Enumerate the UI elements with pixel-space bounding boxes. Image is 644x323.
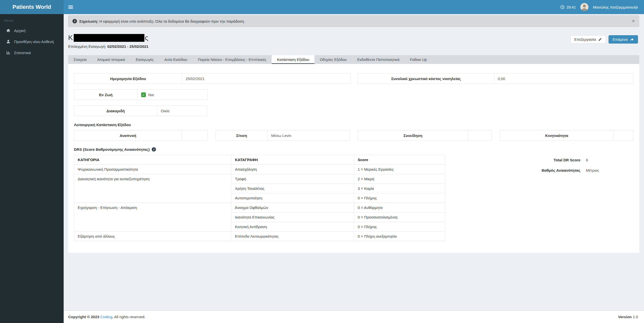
tab-odigies-exodou[interactable]: Οδηγίες Εξόδου — [314, 55, 352, 64]
discharge-date-label: Ημερομηνία Εξόδου — [74, 73, 182, 84]
drs-item-cell: Χρήση Τουαλέτας — [231, 184, 354, 193]
patient-name-initial: Κ — [68, 34, 73, 42]
total-cost-label: Συνολικό χρεωστικό κόστος νοσηλείας — [358, 73, 494, 84]
alive-label: Εν Ζωή — [74, 89, 138, 100]
discharge-date-value: 25/02/2021 — [182, 73, 350, 84]
total-score-label: Total DR Score — [453, 158, 580, 162]
drs-row: Διανοητική ικανότητα για αυτοεξυπηρέτηση… — [74, 174, 445, 184]
sidebar-item-label: Προσθήκη νέου Ασθενή — [14, 40, 54, 44]
tab-katastasi-exodou[interactable]: Κατάσταση Εξόδου — [272, 55, 314, 64]
drs-score-cell: 0 = Πλήρης — [354, 222, 445, 232]
sidebar-item-statistics[interactable]: Στατιστικά — [0, 47, 64, 58]
drs-section-title: DRS (Score Βαθμονόμησης Ανικανότητας) i — [74, 147, 633, 152]
footer: Copyright © 2023 Coding. All rights rese… — [64, 310, 644, 323]
next-button[interactable]: Επόμενο — [609, 35, 638, 44]
top-navbar: Patients World 29:41 Μανώλης Χατζηεμμανο… — [0, 0, 644, 14]
tab-aitia-eisodou[interactable]: Αιτία Εισόδου — [159, 55, 192, 64]
tab-atomiko-istoriko[interactable]: Ατομικό Ιστορικό — [92, 55, 131, 64]
alive-field: Εν Ζωή ✓ Ναι — [74, 89, 208, 100]
coding-link[interactable]: Coding — [100, 315, 112, 319]
total-cost-value: 0,00 — [494, 73, 633, 84]
drs-score-cell: 0 = Πλήρη ανεξαρτησία — [354, 232, 445, 241]
tab-stoixeia[interactable]: Στοιχεία — [68, 55, 92, 64]
session-timer-value: 29:41 — [567, 5, 576, 9]
drs-score-cell: 0 = Πλήρης — [354, 193, 445, 203]
user-icon — [6, 39, 11, 44]
functional-status-row: Αναπνοή Σίτιση Μέσω Levin Συνείδηση Κινη… — [74, 130, 633, 141]
functional-status-title-text: Λειτουργική Κατάσταση Εξόδου — [74, 123, 131, 127]
disability-grade-row: Βαθμός Ανικανότητας Μέτριος — [453, 165, 633, 175]
footer-version: Version 1.0 — [618, 315, 638, 319]
drs-item-cell: Αυτοπεριποίηση — [231, 193, 354, 203]
banner-prefix: Σημείωση: — [79, 19, 98, 23]
alive-value-cell: ✓ Ναι — [138, 89, 208, 100]
tab-poreia-nosou[interactable]: Πορεία Νόσου - Επεμβάσεις - Επιπλοκές — [193, 55, 272, 64]
selected-admission-dates: 02/02/2021 - 25/02/2021 — [107, 44, 148, 49]
drs-category-cell: Διανοητική ικανότητα για αυτοεξυπηρέτηση — [74, 174, 231, 203]
transfer-field: Διακομιδή Οικία — [74, 105, 207, 116]
session-timer: 29:41 — [560, 5, 576, 9]
drs-item-cell: Άνοιγμα Οφθαλμών — [231, 203, 354, 212]
mobility-label: Κινητικότητα — [500, 130, 614, 141]
footer-copyright: Copyright © 2023 Coding. All rights rese… — [68, 315, 145, 319]
mobility-value — [614, 130, 633, 141]
breathing-value — [182, 130, 208, 141]
pencil-icon — [598, 38, 602, 41]
drs-header-category: ΚΑΤΗΓΟΡΙΑ — [74, 155, 231, 165]
drs-item-cell: Επίπεδο Λειτουργικότητας — [231, 232, 354, 241]
copyright-dot: . — [112, 315, 113, 319]
check-icon: ✓ — [141, 92, 146, 97]
drs-item-cell: Κινητική Αντίδραση — [231, 222, 354, 232]
chart-icon — [6, 50, 11, 55]
sidebar-toggle-button[interactable] — [64, 0, 78, 14]
tab-ekdothenta-pistopoiitika[interactable]: Εκδοθέντα Πιστοποιητικά — [352, 55, 405, 64]
banner-text-wrap: Σημείωση: Η εφαρμογή είναι υπο ανάπτυξη.… — [79, 19, 245, 23]
avatar[interactable] — [580, 3, 588, 11]
drs-score-cell: 0 = Προσανατολισμένος — [354, 212, 445, 222]
consciousness-value — [468, 130, 492, 141]
header-buttons: Επεξεργασία Επόμενο — [570, 35, 638, 44]
drs-score-cell: 3 = Καμία — [354, 184, 445, 193]
drs-item-cell: Ικανότητα Επικοινωνίας — [231, 212, 354, 222]
user-menu[interactable]: Μανώλης Χατζηεμμανουήλ — [593, 5, 638, 9]
drs-row: Ψυχοκοινωνική ΠροσαρμοστικότηταΑπασχόλησ… — [74, 165, 445, 174]
version-value: 1.0 — [633, 315, 638, 319]
edit-button[interactable]: Επεξεργασία — [570, 35, 606, 44]
tab-eisagoges[interactable]: Εισαγωγές — [130, 55, 159, 64]
drs-score-cell: 2 = Μικρή — [354, 174, 445, 184]
clock-icon — [560, 5, 565, 9]
functional-status-title: Λειτουργική Κατάσταση Εξόδου — [74, 123, 633, 127]
redaction-box — [74, 34, 144, 42]
transfer-value: Οικία — [157, 105, 207, 116]
drs-section-title-text: DRS (Score Βαθμονόμησης Ανικανότητας) — [74, 147, 150, 152]
close-icon[interactable]: × — [632, 18, 635, 23]
drs-score-cell: 0 = Αυθόρμητο — [354, 203, 445, 212]
sidebar-section-label: Μενού — [0, 14, 64, 25]
feeding-field: Σίτιση Μέσω Levin — [216, 130, 350, 141]
drs-category-cell: Εξάρτηση από άλλους — [74, 232, 231, 241]
drs-item-cell: Τροφή — [231, 174, 354, 184]
transfer-label: Διακομιδή — [74, 105, 157, 116]
breathing-label: Αναπνοή — [74, 130, 182, 141]
page-title: Κς — [68, 34, 148, 42]
drs-section: ΚΑΤΗΓΟΡΙΑ ΚΑΤΑΓΡΑΦΗ Score Ψυχοκοινωνική … — [74, 155, 633, 241]
field-row-2: Εν Ζωή ✓ Ναι — [74, 89, 633, 100]
sidebar-item-add-patient[interactable]: Προσθήκη νέου Ασθενή — [0, 36, 64, 47]
next-button-label: Επόμενο — [613, 37, 628, 42]
tab-bar: ΣτοιχείαΑτομικό ΙστορικόΕισαγωγέςΑιτία Ε… — [68, 55, 639, 64]
sidebar-item-home[interactable]: Αρχική — [0, 25, 64, 36]
total-score-row: Total DR Score 6 — [453, 155, 633, 165]
navbar-right: 29:41 Μανώλης Χατζηεμμανουήλ — [560, 0, 644, 14]
info-icon[interactable]: i — [152, 147, 156, 152]
drs-table: ΚΑΤΗΓΟΡΙΑ ΚΑΤΑΓΡΑΦΗ Score Ψυχοκοινωνική … — [74, 155, 445, 241]
forward-arrow-icon — [630, 38, 634, 42]
alive-value: Ναι — [148, 93, 154, 97]
disability-grade-value: Μέτριος — [580, 168, 633, 172]
brand[interactable]: Patients World — [0, 0, 64, 14]
info-circle-icon: i — [72, 19, 77, 23]
sidebar: Μενού ΑρχικήΠροσθήκη νέου ΑσθενήΣτατιστι… — [0, 14, 64, 323]
feeding-value: Μέσω Levin — [268, 130, 350, 141]
consciousness-field: Συνείδηση — [358, 130, 492, 141]
tab-follow-up[interactable]: Follow Up — [405, 55, 432, 64]
patient-name-suffix: ς — [145, 34, 148, 42]
